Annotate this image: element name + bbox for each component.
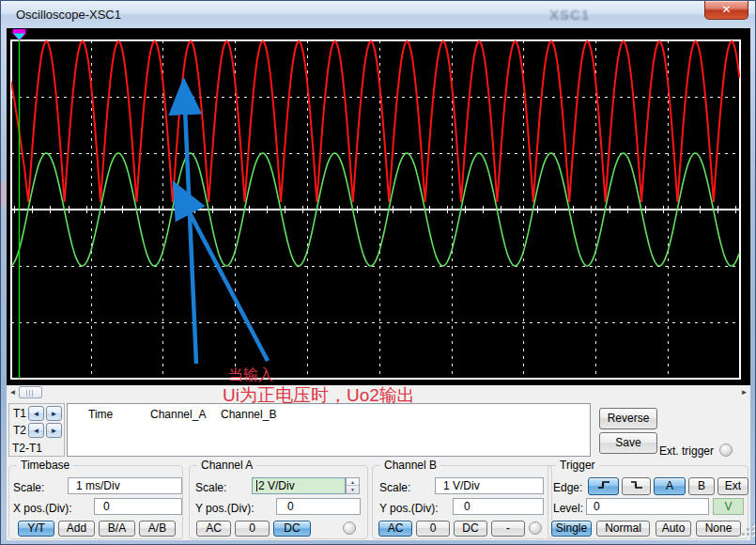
channel-a-scale-input[interactable]: 2 V/Div [252,477,346,494]
channel-b-indicator [529,522,542,535]
falling-edge-button[interactable] [622,477,651,495]
measurement-readout: Time Channel_A Channel_B [67,403,591,457]
close-icon: ✕ [721,3,731,16]
trigger-single-button[interactable]: Single [551,521,592,537]
trigger-normal-button[interactable]: Normal [596,521,650,537]
reverse-button[interactable]: Reverse [599,408,657,429]
channel-b-zero-button[interactable]: 0 [416,521,450,537]
t2-left-button[interactable]: ◄ [28,423,44,438]
timebase-xpos-label: X pos.(Div): [13,502,72,515]
save-button[interactable]: Save [599,432,657,454]
ext-trigger-indicator [719,444,733,457]
timebase-scale-input[interactable]: 1 ms/Div [68,477,182,494]
channel-a-zero-button[interactable]: 0 [235,521,270,537]
channel-a-legend: Channel A [197,459,256,472]
timebase-xpos-input[interactable]: 0 [94,498,182,515]
scope-display[interactable] [7,28,750,385]
trigger-level-label: Level: [553,502,583,515]
window-frame-right [750,28,756,541]
channel-b-legend: Channel B [380,459,440,472]
window-frame-bottom [1,540,756,545]
cursor-t1-label: T1 [13,407,26,420]
falling-edge-icon [630,479,643,490]
timebase-legend: Timebase [17,459,73,472]
timebase-group: Timebase Scale: 1 ms/Div X pos.(Div): 0 … [8,465,183,539]
rising-edge-button[interactable] [588,477,619,495]
background-watermark: XSC1 [549,7,590,23]
channel-a-scale-spinner[interactable]: ▲▼ [346,477,360,494]
channel-b-ypos-label: Y pos.(Div): [379,502,438,515]
cursor-control-box: T1 ◄ ► T2 ◄ ► T2-T1 [8,403,65,457]
annotation-line-2: Ui为正电压时，Uo2输出 [223,383,415,408]
channel-a-group: Channel A Scale: 2 V/Div ▲▼ Y pos.(Div):… [189,465,368,539]
trigger-auto-button[interactable]: Auto [656,521,691,537]
channel-a-ac-button[interactable]: AC [196,521,231,537]
t1-right-button[interactable]: ► [46,406,62,421]
trigger-none-button[interactable]: None [696,521,741,537]
trigger-source-ext-button[interactable]: Ext [717,477,748,495]
trigger-group: Trigger Edge: A B Ext Level: 0 V Single … [548,465,748,539]
resize-grip[interactable] [742,523,755,537]
text-caret [256,480,257,491]
spinner-up-icon[interactable]: ▲ [347,478,359,486]
channel-b-ypos-input[interactable]: 0 [453,498,544,515]
channel-b-minus-button[interactable]: - [491,521,525,537]
channel-a-scale-label: Scale: [195,481,226,494]
ext-trigger-label: Ext. trigger [659,444,714,458]
column-channel-a: Channel_A [150,408,206,421]
channel-a-dc-button[interactable]: DC [273,521,311,537]
annotation-line-1: 当输入 [228,366,273,385]
timebase-add-button[interactable]: Add [58,521,95,537]
channel-a-ypos-input[interactable]: 0 [276,498,361,515]
channel-b-ac-button[interactable]: AC [378,521,412,537]
cursor-t2-label: T2 [13,424,26,437]
scrollbar-thumb[interactable] [19,386,42,398]
channel-a-scale-value: 2 V/Div [258,479,295,492]
timebase-yt-button[interactable]: Y/T [18,521,54,537]
channel-a-indicator [343,522,356,535]
timebase-scale-label: Scale: [13,481,44,494]
t2-right-button[interactable]: ► [46,423,62,438]
scrollbar-grip [26,390,35,397]
trigger-level-input[interactable]: 0 [586,498,709,515]
trigger-legend: Trigger [556,459,599,472]
trigger-level-unit[interactable]: V [713,498,744,515]
trigger-edge-label: Edge: [553,481,582,494]
trigger-source-b-button[interactable]: B [688,477,715,495]
channel-a-ypos-label: Y pos.(Div): [195,502,254,515]
title-bar[interactable]: Oscilloscope-XSC1 XSC1 ✕ [1,1,756,28]
timebase-ba-button[interactable]: B/A [99,521,135,537]
scrollbar-left-icon[interactable]: ◄ [7,385,19,399]
oscilloscope-window: Oscilloscope-XSC1 XSC1 ✕ 当输入 Ui为正电压时，Uo2… [0,0,756,545]
channel-b-group: Channel B Scale: 1 V/Div Y pos.(Div): 0 … [372,465,552,539]
scrollbar-right-icon[interactable]: ► [738,385,750,399]
column-channel-b: Channel_B [221,408,276,421]
cursor-t2-t1-label: T2-T1 [12,442,42,455]
close-button[interactable]: ✕ [704,1,748,20]
scope-graticule [7,28,750,385]
column-time: Time [88,408,113,421]
channel-b-scale-label: Scale: [379,481,410,494]
rising-edge-icon [597,479,610,490]
channel-b-dc-button[interactable]: DC [454,521,487,537]
spinner-down-icon[interactable]: ▼ [347,486,359,493]
t1-left-button[interactable]: ◄ [28,406,44,421]
window-title: Oscilloscope-XSC1 [16,8,121,22]
trigger-source-a-button[interactable]: A [654,477,686,495]
channel-b-scale-input[interactable]: 1 V/Div [435,477,544,494]
timebase-ab-button[interactable]: A/B [139,521,176,537]
